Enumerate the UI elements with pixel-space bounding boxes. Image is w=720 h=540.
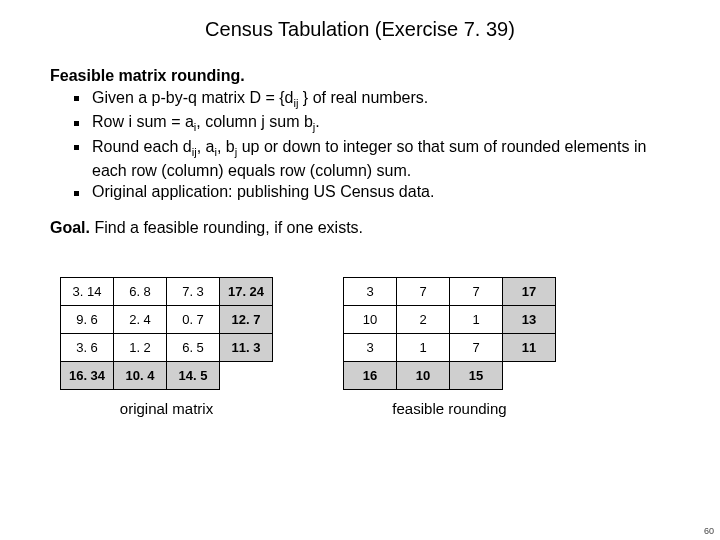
table-row: 16 10 15 — [344, 362, 556, 390]
table-row: 3 7 7 17 — [344, 278, 556, 306]
table-row: 16. 34 10. 4 14. 5 — [61, 362, 273, 390]
section-feasible: Feasible matrix rounding. Given a p-by-q… — [50, 67, 670, 203]
tables-area: 3. 14 6. 8 7. 3 17. 24 9. 6 2. 4 0. 7 12… — [50, 277, 670, 417]
bullet-item: Round each dij, ai, bj up or down to int… — [74, 136, 670, 182]
bullet-item: Row i sum = ai, column j sum bj. — [74, 111, 670, 135]
bullet-item: Given a p-by-q matrix D = {dij } of real… — [74, 87, 670, 111]
bullet-list: Given a p-by-q matrix D = {dij } of real… — [74, 87, 670, 203]
table-row: 10 2 1 13 — [344, 306, 556, 334]
original-matrix-wrap: 3. 14 6. 8 7. 3 17. 24 9. 6 2. 4 0. 7 12… — [60, 277, 273, 417]
page-title: Census Tabulation (Exercise 7. 39) — [50, 18, 670, 41]
table-row: 9. 6 2. 4 0. 7 12. 7 — [61, 306, 273, 334]
table-row: 3. 6 1. 2 6. 5 11. 3 — [61, 334, 273, 362]
table-row: 3. 14 6. 8 7. 3 17. 24 — [61, 278, 273, 306]
rounded-caption: feasible rounding — [392, 400, 506, 417]
slide: Census Tabulation (Exercise 7. 39) Feasi… — [0, 0, 720, 417]
page-number: 60 — [704, 526, 714, 536]
heading-feasible: Feasible matrix rounding. — [50, 67, 245, 84]
rounded-matrix-wrap: 3 7 7 17 10 2 1 13 3 1 7 11 — [343, 277, 556, 417]
rounded-matrix-table: 3 7 7 17 10 2 1 13 3 1 7 11 — [343, 277, 556, 390]
original-caption: original matrix — [120, 400, 213, 417]
table-row: 3 1 7 11 — [344, 334, 556, 362]
bullet-item: Original application: publishing US Cens… — [74, 181, 670, 203]
original-matrix-table: 3. 14 6. 8 7. 3 17. 24 9. 6 2. 4 0. 7 12… — [60, 277, 273, 390]
goal-line: Goal. Find a feasible rounding, if one e… — [50, 219, 670, 237]
